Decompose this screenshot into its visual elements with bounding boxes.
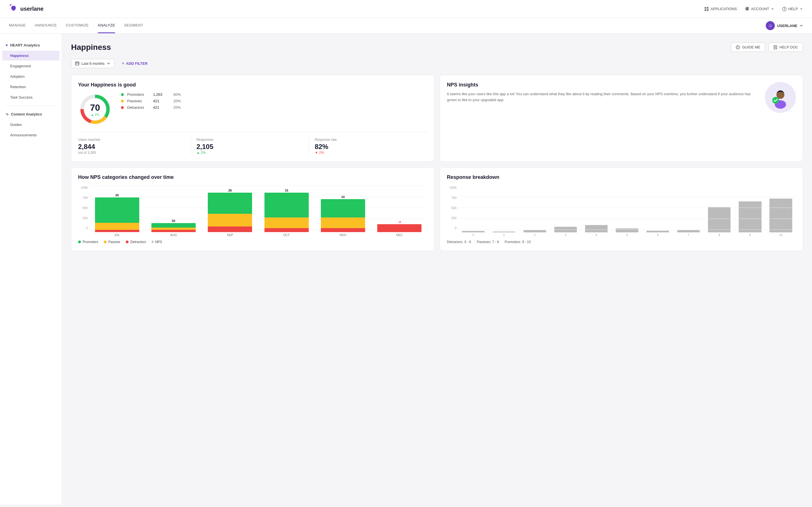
- sidebar-item-task-success[interactable]: Task Success: [2, 93, 59, 102]
- svg-rect-1: [707, 7, 709, 9]
- promoters-legend: Promoters: [78, 240, 98, 244]
- secondary-nav: MANAGE ANNOUNCE CUSTOMIZE ANALYZE SEGMEN…: [0, 18, 812, 34]
- svg-point-16: [772, 97, 779, 104]
- sidebar-item-announcements[interactable]: Announcements: [2, 130, 59, 140]
- chevron-down-icon: [771, 7, 774, 11]
- top-nav-right: APPLICATIONS ACCOUNT HELP: [704, 7, 803, 11]
- bar-group-sep: 28 SEP: [202, 189, 258, 237]
- applications-nav[interactable]: APPLICATIONS: [704, 7, 737, 11]
- bar-group-dec: -3 DEC: [372, 220, 427, 237]
- users-reached-metric: Users reached 2,844 out of 3,300: [78, 138, 191, 155]
- sidebar-item-happiness[interactable]: Happiness: [2, 51, 59, 61]
- bar-group-aug: 50 AUG: [146, 219, 201, 237]
- bars-container: 30 JUL 50: [89, 186, 427, 237]
- response-chart-area: 0 250 500 750 1000: [447, 186, 796, 237]
- bar-stack-oct: 15: [259, 189, 314, 232]
- logo[interactable]: userlane: [9, 4, 43, 14]
- bar-stack-sep: 28: [202, 189, 258, 232]
- sidebar-item-engagement[interactable]: Engagement: [2, 61, 59, 71]
- header-actions: GUIDE ME HELP DOC: [731, 43, 803, 52]
- response-bar-2: 2: [520, 230, 550, 237]
- detractors-legend: Detractors: [126, 240, 146, 244]
- guide-icon: [736, 45, 740, 49]
- sidebar-item-adoption[interactable]: Adoption: [2, 71, 59, 81]
- question-icon: [782, 7, 786, 11]
- chart-legend: Promoters Passive Detractors # NPS: [78, 240, 427, 244]
- doc-icon: [773, 45, 777, 49]
- nps-insights-title: NPS insights: [447, 82, 759, 88]
- donut-chart: 70 ▲ 2%: [78, 93, 112, 126]
- dec-detractors: [377, 224, 421, 232]
- sidebar-item-retention[interactable]: Retention: [2, 82, 59, 92]
- help-doc-button[interactable]: HELP DOC: [769, 43, 803, 52]
- top-cards: Your Happiness is good: [71, 75, 803, 162]
- avatar: ☺: [766, 21, 775, 30]
- passive-legend: Passive: [104, 240, 120, 244]
- response-bars: 0 1 2 3: [458, 186, 796, 237]
- passives-row: Passives 421 20%: [121, 99, 427, 103]
- nov-promoters: [321, 199, 365, 217]
- nav-analyze[interactable]: ANALYZE: [98, 18, 115, 33]
- nps-insights-text: NPS insights It seems like your users li…: [447, 82, 759, 103]
- page-title: Happiness: [71, 43, 111, 52]
- donut-center: 70 ▲ 2%: [90, 103, 100, 116]
- chevron-down-icon: [800, 24, 803, 27]
- user-menu[interactable]: ☺ USERLANE: [766, 21, 803, 30]
- response-bar-7: 7: [673, 230, 704, 237]
- nav-customize[interactable]: CUSTOMIZE: [66, 18, 89, 33]
- content-area: Happiness GUIDE ME HELP DOC Last 6 month…: [62, 34, 812, 504]
- donut-score: 70: [90, 103, 100, 113]
- content-analytics-header: ∿ Content Analytics: [0, 109, 62, 119]
- heart-analytics-header: ♥ HEART Analytics: [0, 40, 62, 50]
- response-bar-6: 6: [643, 231, 673, 237]
- response-y-axis: 0 250 500 750 1000: [447, 186, 456, 230]
- main-layout: ♥ HEART Analytics Happiness Engagement A…: [0, 34, 812, 504]
- bar-stack-nov: 10: [315, 195, 370, 232]
- happiness-card-inner: 70 ▲ 2% Promoters 1,263 60%: [78, 93, 427, 126]
- happiness-score-card: Your Happiness is good: [71, 75, 434, 162]
- response-chart-title: Response breakdown: [447, 174, 796, 180]
- chart-cards: How NPS categories changed over time 0 2…: [71, 167, 803, 251]
- bar-group-nov: 10 NOV: [315, 195, 370, 237]
- bar-stack-dec: -3: [372, 220, 427, 232]
- nps-chart-title: How NPS categories changed over time: [78, 174, 427, 180]
- nov-detractors: [321, 228, 365, 232]
- date-filter-button[interactable]: Last 6 months: [71, 59, 114, 68]
- help-nav[interactable]: HELP: [782, 7, 803, 11]
- heart-icon: ♥: [6, 43, 8, 47]
- logo-icon: [9, 4, 18, 14]
- oct-passives: [264, 217, 309, 228]
- nav-manage[interactable]: MANAGE: [9, 18, 26, 33]
- sep-passives: [208, 214, 252, 226]
- response-bar-10: 10: [766, 199, 796, 237]
- nps-chart-card: How NPS categories changed over time 0 2…: [71, 167, 434, 251]
- promoters-dot: [121, 93, 124, 96]
- metrics-row: Users reached 2,844 out of 3,300 Respons…: [78, 132, 427, 155]
- grid-icon: [704, 7, 709, 11]
- nps-legend: # NPS: [152, 240, 162, 244]
- calendar-icon: [75, 61, 79, 65]
- add-filter-button[interactable]: + ADD FILTER: [118, 59, 152, 68]
- nav-announce[interactable]: ANNOUNCE: [35, 18, 57, 33]
- nps-stats: Promoters 1,263 60% Passives 421 20%: [121, 93, 427, 112]
- aug-detractors: [151, 230, 196, 232]
- nps-chart-area: 0 250 500 750 1000: [78, 186, 427, 237]
- nps-insights-card: NPS insights It seems like your users li…: [440, 75, 803, 162]
- happiness-card-title: Your Happiness is good: [78, 82, 427, 88]
- sep-detractors: [208, 226, 252, 232]
- guide-me-button[interactable]: GUIDE ME: [731, 43, 765, 52]
- response-bar-8: 8: [704, 207, 734, 237]
- svg-rect-8: [75, 62, 79, 65]
- nav-segment[interactable]: SEGMENT: [124, 18, 143, 33]
- plus-icon: +: [122, 61, 124, 66]
- response-bar-3: 3: [550, 227, 580, 237]
- donut-change: ▲ 2%: [90, 113, 100, 116]
- sidebar-item-guides[interactable]: Guides: [2, 120, 59, 129]
- response-bar-4: 4: [581, 225, 611, 237]
- bar-stack-aug: 50: [146, 219, 201, 232]
- heart-analytics-section: ♥ HEART Analytics Happiness Engagement A…: [0, 40, 62, 102]
- sidebar: ♥ HEART Analytics Happiness Engagement A…: [0, 34, 62, 504]
- account-nav[interactable]: ACCOUNT: [745, 7, 774, 11]
- aug-promoters: [151, 223, 196, 228]
- response-bar-1: 1: [489, 231, 519, 237]
